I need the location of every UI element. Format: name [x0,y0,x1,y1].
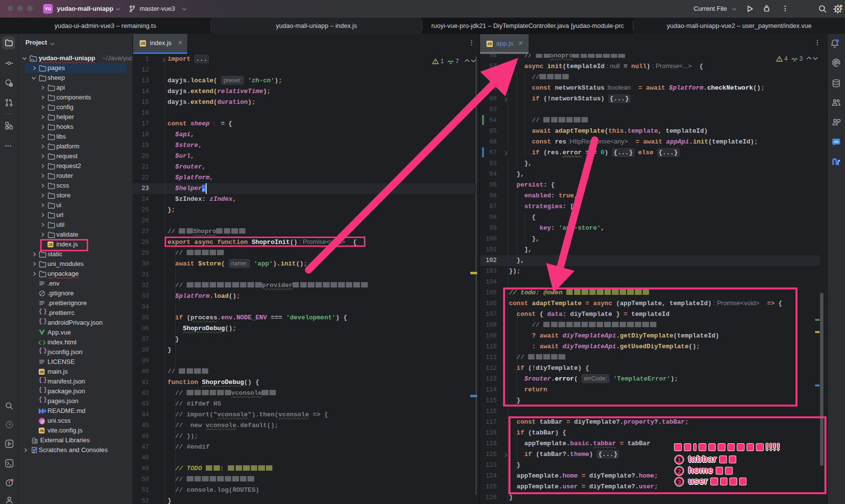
svg-text:?: ? [10,84,12,87]
svg-text:</>: </> [834,140,839,144]
